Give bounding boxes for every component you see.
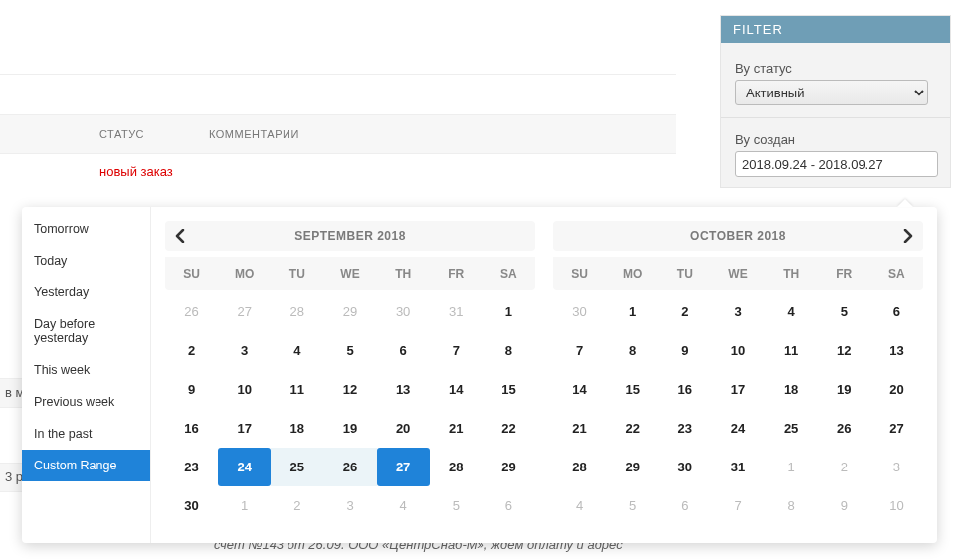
day-cell[interactable]: 29 [606,448,659,486]
day-cell[interactable]: 30 [659,448,711,486]
day-cell[interactable]: 8 [482,331,535,370]
day-cell[interactable]: 27 [870,409,923,448]
calendar-left-grid: 2627282930311234567891011121314151617181… [165,292,535,525]
day-cell[interactable]: 16 [659,370,711,409]
day-cell[interactable]: 1 [606,292,659,331]
calendar-left-title: SEPTEMBER 2018 [294,229,406,243]
drp-presets: TomorrowTodayYesterdayDay before yesterd… [22,207,151,543]
day-cell: 26 [165,292,218,331]
preset-yesterday[interactable]: Yesterday [22,277,150,308]
day-cell: 3 [323,486,376,525]
day-cell[interactable]: 8 [606,331,659,370]
day-cell[interactable]: 30 [165,486,218,525]
day-cell[interactable]: 16 [165,409,218,448]
drp-calendars: SEPTEMBER 2018 SUMOTUWETHFRSA 2627282930… [151,207,937,543]
preset-custom-range[interactable]: Custom Range [22,450,150,481]
day-cell[interactable]: 19 [323,409,376,448]
day-cell[interactable]: 27 [377,448,430,486]
day-cell: 9 [818,486,870,525]
day-cell[interactable]: 13 [870,331,923,370]
weekday-th: TH [765,257,818,290]
day-cell[interactable]: 11 [765,331,818,370]
day-cell[interactable]: 31 [711,448,764,486]
day-cell[interactable]: 3 [711,292,764,331]
day-cell: 5 [430,486,482,525]
day-cell[interactable]: 2 [659,292,711,331]
day-cell: 28 [271,292,323,331]
day-cell[interactable]: 3 [218,331,271,370]
day-cell: 10 [870,486,923,525]
day-cell[interactable]: 20 [377,409,430,448]
day-cell[interactable]: 4 [271,331,323,370]
preset-previous-week[interactable]: Previous week [22,386,150,418]
day-cell[interactable]: 10 [711,331,764,370]
day-cell[interactable]: 17 [711,370,764,409]
day-cell[interactable]: 12 [323,370,376,409]
day-cell[interactable]: 22 [606,409,659,448]
day-cell[interactable]: 15 [482,370,535,409]
prev-month-icon[interactable] [165,221,195,251]
preset-this-week[interactable]: This week [22,354,150,386]
day-cell[interactable]: 25 [765,409,818,448]
day-cell[interactable]: 14 [430,370,482,409]
preset-in-the-past[interactable]: In the past [22,418,150,450]
preset-today[interactable]: Today [22,245,150,277]
day-cell[interactable]: 22 [482,409,535,448]
day-cell[interactable]: 11 [271,370,323,409]
weekday-sa: SA [870,257,923,290]
day-cell[interactable]: 18 [271,409,323,448]
day-cell: 4 [377,486,430,525]
next-month-icon[interactable] [893,221,923,251]
day-cell[interactable]: 5 [323,331,376,370]
weekday-tu: TU [271,257,323,290]
day-cell[interactable]: 1 [482,292,535,331]
preset-tomorrow[interactable]: Tomorrow [22,213,150,245]
day-cell[interactable]: 9 [659,331,711,370]
filter-header: FILTER [721,16,950,43]
day-cell[interactable]: 6 [377,331,430,370]
preset-day-before-yesterday[interactable]: Day before yesterday [22,308,150,354]
day-cell[interactable]: 4 [765,292,818,331]
day-cell: 6 [659,486,711,525]
day-cell[interactable]: 10 [218,370,271,409]
day-cell[interactable]: 23 [659,409,711,448]
filter-status-select[interactable]: Активный [735,80,928,105]
day-cell[interactable]: 7 [553,331,606,370]
day-cell[interactable]: 2 [165,331,218,370]
day-cell[interactable]: 7 [430,331,482,370]
filter-label-created: Ву создан [735,132,936,147]
day-cell[interactable]: 19 [818,370,870,409]
day-cell[interactable]: 12 [818,331,870,370]
day-cell[interactable]: 21 [553,409,606,448]
day-cell: 29 [323,292,376,331]
day-cell[interactable]: 15 [606,370,659,409]
day-cell[interactable]: 5 [818,292,870,331]
weekday-su: SU [553,257,606,290]
day-cell[interactable]: 17 [218,409,271,448]
day-cell[interactable]: 28 [553,448,606,486]
table-header: СТАТУС КОММЕНТАРИИ [0,114,676,154]
day-cell[interactable]: 18 [765,370,818,409]
day-cell[interactable]: 29 [482,448,535,486]
day-cell: 30 [553,292,606,331]
day-cell[interactable]: 14 [553,370,606,409]
day-cell[interactable]: 9 [165,370,218,409]
day-cell[interactable]: 28 [430,448,482,486]
weekday-mo: MO [606,257,659,290]
day-cell[interactable]: 25 [271,448,323,486]
day-cell[interactable]: 13 [377,370,430,409]
day-cell[interactable]: 24 [218,448,271,486]
day-cell[interactable]: 24 [711,409,764,448]
day-cell[interactable]: 6 [870,292,923,331]
filter-created-input[interactable] [735,151,938,177]
day-cell[interactable]: 23 [165,448,218,486]
day-cell: 6 [482,486,535,525]
day-cell: 5 [606,486,659,525]
weekday-we: WE [711,257,764,290]
day-cell[interactable]: 21 [430,409,482,448]
day-cell: 8 [765,486,818,525]
day-cell[interactable]: 26 [323,448,376,486]
weekday-mo: MO [218,257,271,290]
day-cell[interactable]: 26 [818,409,870,448]
day-cell[interactable]: 20 [870,370,923,409]
